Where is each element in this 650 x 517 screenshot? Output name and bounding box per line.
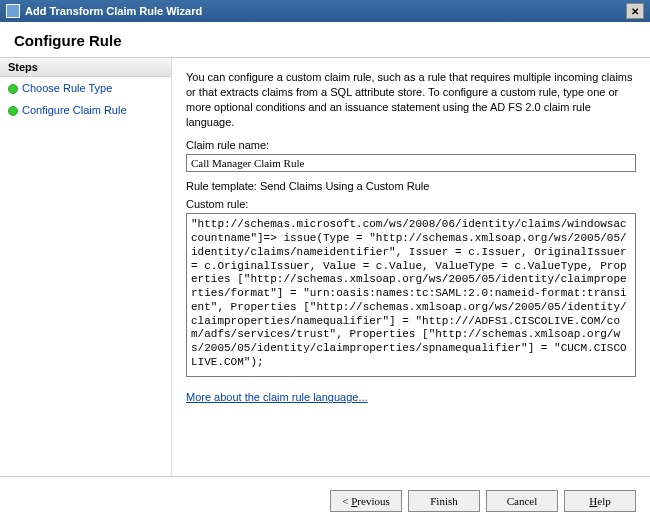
claim-language-link[interactable]: More about the claim rule language...: [186, 391, 368, 403]
cancel-button[interactable]: Cancel: [486, 490, 558, 512]
intro-text: You can configure a custom claim rule, s…: [186, 70, 636, 129]
rule-name-label: Claim rule name:: [186, 139, 636, 151]
sidebar-item-label: Choose Rule Type: [22, 82, 112, 94]
sidebar-item-choose-rule-type[interactable]: Choose Rule Type: [0, 77, 171, 99]
page-title: Configure Rule: [0, 22, 650, 58]
finish-button[interactable]: Finish: [408, 490, 480, 512]
help-button[interactable]: Help: [564, 490, 636, 512]
footer: < Previous Finish Cancel Help: [0, 476, 650, 517]
sidebar-item-label: Configure Claim Rule: [22, 104, 127, 116]
titlebar: Add Transform Claim Rule Wizard ✕: [0, 0, 650, 22]
sidebar-heading: Steps: [0, 58, 171, 77]
steps-sidebar: Steps Choose Rule Type Configure Claim R…: [0, 58, 172, 476]
rule-template-label: Rule template: Send Claims Using a Custo…: [186, 180, 636, 192]
window-title: Add Transform Claim Rule Wizard: [25, 5, 626, 17]
close-icon[interactable]: ✕: [626, 3, 644, 19]
sidebar-item-configure-claim-rule[interactable]: Configure Claim Rule: [0, 99, 171, 121]
custom-rule-textarea[interactable]: "http://schemas.microsoft.com/ws/2008/06…: [186, 213, 636, 377]
app-icon: [6, 4, 20, 18]
main-panel: You can configure a custom claim rule, s…: [172, 58, 650, 476]
rule-name-input[interactable]: [186, 154, 636, 172]
previous-button[interactable]: < Previous: [330, 490, 402, 512]
custom-rule-label: Custom rule:: [186, 198, 636, 210]
